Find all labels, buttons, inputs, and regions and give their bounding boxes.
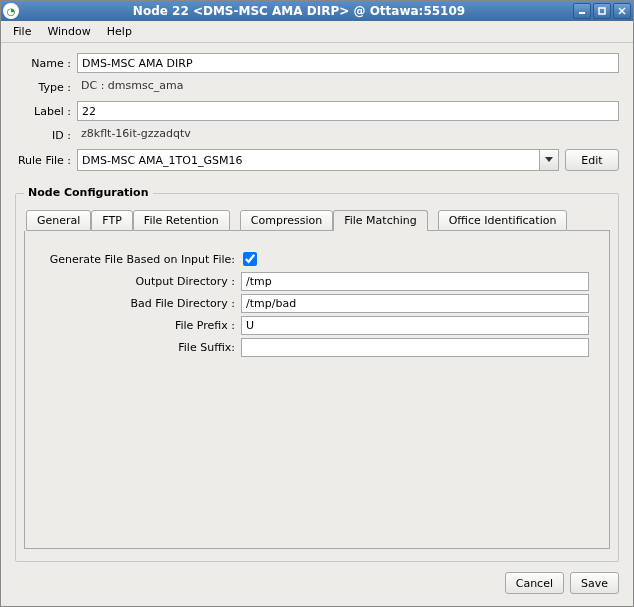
tab-office-identification[interactable]: Office Identification — [438, 210, 568, 231]
file-prefix-input[interactable] — [241, 316, 589, 335]
output-directory-input[interactable] — [241, 272, 589, 291]
tab-panel-file-matching: Generate File Based on Input File: Outpu… — [24, 231, 610, 549]
label-input[interactable] — [77, 101, 619, 121]
id-label: ID : — [15, 129, 71, 142]
file-suffix-input[interactable] — [241, 338, 589, 357]
svg-marker-4 — [545, 157, 553, 162]
maximize-button[interactable] — [593, 3, 611, 19]
id-value: z8kflt-16it-gzzadqtv — [77, 125, 619, 145]
minimize-button[interactable] — [573, 3, 591, 19]
window-controls — [573, 3, 631, 19]
output-directory-label: Output Directory : — [45, 275, 235, 288]
name-label: Name : — [15, 57, 71, 70]
dialog-buttons: Cancel Save — [15, 562, 619, 596]
window-title: Node 22 <DMS-MSC AMA DIRP> @ Ottawa:5510… — [25, 4, 573, 18]
tab-ftp[interactable]: FTP — [91, 210, 133, 231]
file-prefix-label: File Prefix : — [45, 319, 235, 332]
svg-rect-1 — [599, 8, 605, 14]
app-window: ◔ Node 22 <DMS-MSC AMA DIRP> @ Ottawa:55… — [0, 0, 634, 607]
type-value: DC : dmsmsc_ama — [77, 77, 619, 97]
close-button[interactable] — [613, 3, 631, 19]
tab-file-retention[interactable]: File Retention — [133, 210, 230, 231]
generate-file-label: Generate File Based on Input File: — [45, 253, 235, 266]
rulefile-combo[interactable] — [77, 149, 559, 171]
generate-file-checkbox[interactable] — [243, 252, 257, 266]
node-configuration-legend: Node Configuration — [24, 186, 153, 199]
tab-row: General FTP File Retention Compression F… — [24, 210, 610, 231]
edit-button[interactable]: Edit — [565, 149, 619, 171]
menu-file[interactable]: File — [5, 23, 39, 40]
tab-file-matching[interactable]: File Matching — [333, 210, 427, 231]
menu-help[interactable]: Help — [99, 23, 140, 40]
chevron-down-icon — [545, 157, 553, 163]
bad-file-directory-input[interactable] — [241, 294, 589, 313]
cancel-button[interactable]: Cancel — [505, 572, 564, 594]
bad-file-directory-label: Bad File Directory : — [45, 297, 235, 310]
node-configuration-fieldset: Node Configuration General FTP File Rete… — [15, 193, 619, 562]
name-input[interactable] — [77, 53, 619, 73]
titlebar: ◔ Node 22 <DMS-MSC AMA DIRP> @ Ottawa:55… — [1, 1, 633, 21]
menubar: File Window Help — [1, 21, 633, 43]
type-label: Type : — [15, 81, 71, 94]
tab-compression[interactable]: Compression — [240, 210, 333, 231]
rulefile-label: Rule File : — [15, 154, 71, 167]
save-button[interactable]: Save — [570, 572, 619, 594]
tab-general[interactable]: General — [26, 210, 91, 231]
file-suffix-label: File Suffix: — [45, 341, 235, 354]
content-area: Name : Type : DC : dmsmsc_ama Label : ID… — [1, 43, 633, 606]
label-label: Label : — [15, 105, 71, 118]
rulefile-dropdown-button[interactable] — [539, 149, 559, 171]
menu-window[interactable]: Window — [39, 23, 98, 40]
app-icon: ◔ — [3, 3, 19, 19]
rulefile-input[interactable] — [77, 149, 539, 171]
